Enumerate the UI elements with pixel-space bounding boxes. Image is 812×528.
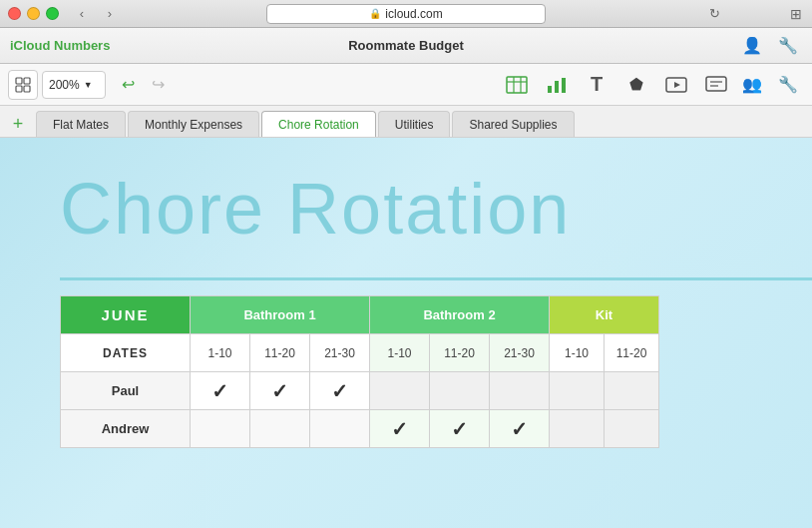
- numbers-toolbar: 200% ▼ ↩ ↪ T ⬟: [0, 64, 812, 106]
- undo-redo-group: ↩ ↪: [114, 71, 172, 99]
- minimize-button[interactable]: [27, 7, 40, 20]
- wrench-button[interactable]: 🔧: [772, 69, 804, 101]
- date-sub-b2-1: 1-10: [370, 334, 430, 372]
- maximize-button[interactable]: [46, 7, 59, 20]
- tab-chore-rotation[interactable]: Chore Rotation: [261, 111, 376, 137]
- text-insert-button[interactable]: T: [581, 69, 612, 101]
- dates-label-cell: DATES: [61, 334, 191, 372]
- svg-rect-4: [507, 77, 527, 93]
- redo-button[interactable]: ↪: [144, 71, 172, 99]
- close-button[interactable]: [8, 7, 21, 20]
- content-area: Chore Rotation JUNE Bathroom 1 Bathroom …: [0, 138, 812, 528]
- grid-icon: [15, 77, 31, 93]
- sheet-view-button[interactable]: [8, 70, 38, 100]
- lock-icon: 🔒: [369, 8, 381, 19]
- title-bar: ‹ › 🔒 icloud.com ↻ ⊞: [0, 0, 812, 28]
- media-icon: [665, 76, 687, 94]
- comment-icon: [705, 76, 727, 94]
- paul-b2-1: [370, 372, 430, 410]
- table-row: Andrew ✓ ✓ ✓: [61, 410, 659, 448]
- app-toolbar-right: 👤 🔧: [738, 32, 802, 60]
- andrew-b1-2: [250, 410, 310, 448]
- nav-arrows: ‹ ›: [69, 5, 123, 23]
- document-title: Roommate Budget: [348, 38, 464, 53]
- url-text: icloud.com: [385, 7, 442, 21]
- andrew-b1-3: [310, 410, 370, 448]
- kitchen-header: Kit: [550, 296, 659, 334]
- sheet-tabs: + Flat Mates Monthly Expenses Chore Rota…: [0, 106, 812, 138]
- date-sub-b1-3: 21-30: [310, 334, 370, 372]
- paul-b1-2: ✓: [250, 372, 310, 410]
- tab-shared-supplies[interactable]: Shared Supplies: [452, 111, 574, 137]
- date-sub-b2-2: 11-20: [430, 334, 490, 372]
- account-button[interactable]: 👤: [738, 32, 766, 60]
- toolbar-right-icons: 👥 🔧: [736, 69, 804, 101]
- svg-marker-12: [674, 82, 680, 88]
- date-sub-kit-1: 1-10: [550, 334, 605, 372]
- numbers-label: Numbers: [54, 38, 110, 53]
- andrew-b2-3: ✓: [490, 410, 550, 448]
- comment-button[interactable]: [700, 69, 732, 101]
- add-sheet-button[interactable]: +: [4, 111, 32, 137]
- table-icon: [506, 76, 528, 94]
- app-toolbar: iCloud Numbers Roommate Budget 👤 🔧: [0, 28, 812, 64]
- table-insert-button[interactable]: [501, 69, 533, 101]
- andrew-b2-2: ✓: [430, 410, 490, 448]
- row-name-paul: Paul: [61, 372, 191, 410]
- chart-insert-button[interactable]: [541, 69, 573, 101]
- bathroom2-header: Bathroom 2: [370, 296, 550, 334]
- svg-rect-8: [548, 86, 552, 93]
- month-header: JUNE: [61, 296, 191, 334]
- zoom-value: 200%: [49, 78, 80, 92]
- andrew-kit-1: [550, 410, 605, 448]
- insert-tools: T ⬟: [501, 69, 732, 101]
- refresh-button[interactable]: ↻: [709, 6, 720, 21]
- date-sub-b1-2: 11-20: [250, 334, 310, 372]
- media-insert-button[interactable]: [660, 69, 692, 101]
- paul-kit-2: [605, 372, 659, 410]
- tab-monthly-expenses[interactable]: Monthly Expenses: [128, 111, 259, 137]
- forward-button[interactable]: ›: [97, 5, 123, 23]
- page-title: Chore Rotation: [60, 168, 571, 250]
- share-button[interactable]: 👥: [736, 69, 768, 101]
- svg-rect-9: [555, 81, 559, 93]
- paul-b1-3: ✓: [310, 372, 370, 410]
- shape-insert-button[interactable]: ⬟: [620, 69, 652, 101]
- bathroom1-header: Bathroom 1: [191, 296, 370, 334]
- undo-button[interactable]: ↩: [114, 71, 142, 99]
- svg-rect-0: [16, 78, 22, 84]
- tab-view-button[interactable]: ⊞: [790, 6, 802, 22]
- svg-rect-3: [24, 86, 30, 92]
- tab-utilities[interactable]: Utilities: [378, 111, 451, 137]
- settings-button[interactable]: 🔧: [774, 32, 802, 60]
- tab-flat-mates[interactable]: Flat Mates: [36, 111, 126, 137]
- paul-kit-1: [550, 372, 605, 410]
- date-sub-kit-2: 11-20: [605, 334, 659, 372]
- andrew-b2-1: ✓: [370, 410, 430, 448]
- svg-rect-2: [16, 86, 22, 92]
- zoom-selector[interactable]: 200% ▼: [42, 71, 106, 99]
- paul-b1-1: ✓: [191, 372, 250, 410]
- date-sub-b2-3: 21-30: [490, 334, 550, 372]
- andrew-kit-2: [605, 410, 659, 448]
- svg-rect-13: [706, 77, 726, 91]
- paul-b2-2: [430, 372, 490, 410]
- window-controls: [8, 7, 59, 20]
- paul-b2-3: [490, 372, 550, 410]
- chore-table: JUNE Bathroom 1 Bathroom 2 Kit DATES 1-1…: [60, 295, 659, 448]
- svg-rect-1: [24, 78, 30, 84]
- icloud-label: iCloud: [10, 38, 54, 53]
- table-row: Paul ✓ ✓ ✓: [61, 372, 659, 410]
- svg-rect-10: [562, 78, 566, 93]
- date-sub-b1-1: 1-10: [191, 334, 250, 372]
- chart-icon: [546, 76, 568, 94]
- zoom-chevron: ▼: [84, 80, 93, 90]
- address-bar[interactable]: 🔒 icloud.com: [266, 4, 546, 24]
- title-divider: [60, 277, 812, 280]
- app-brand: iCloud Numbers: [10, 38, 110, 53]
- back-button[interactable]: ‹: [69, 5, 95, 23]
- row-name-andrew: Andrew: [61, 410, 191, 448]
- andrew-b1-1: [191, 410, 250, 448]
